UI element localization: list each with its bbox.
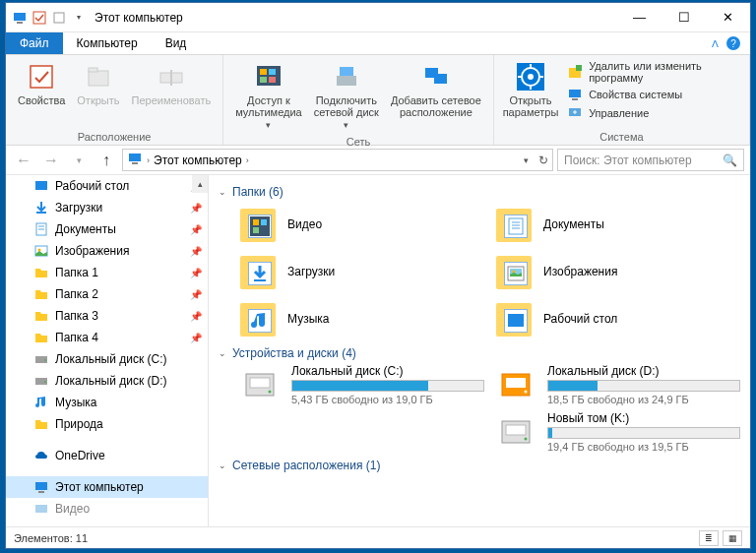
drive-item[interactable]: Новый том (K:)19,4 ГБ свободно из 19,5 Г…: [494, 411, 740, 453]
nav-this-pc[interactable]: Этот компьютер: [6, 476, 208, 498]
chevron-down-icon: ⌄: [219, 348, 226, 358]
manage-button[interactable]: Управление: [567, 105, 737, 121]
window-title: Этот компьютер: [87, 11, 617, 25]
open-settings-button[interactable]: Открыть параметры: [500, 58, 561, 121]
pin-icon: 📌: [190, 333, 202, 343]
svg-rect-32: [35, 181, 47, 190]
path-dropdown-icon[interactable]: ▾: [524, 155, 529, 165]
uninstall-program-button[interactable]: Удалить или изменить программу: [567, 60, 737, 84]
chevron-icon[interactable]: ›: [246, 155, 249, 165]
maximize-button[interactable]: ☐: [662, 3, 706, 32]
refresh-button[interactable]: ↻: [538, 154, 548, 167]
drive-label: Локальный диск (C:): [291, 364, 484, 378]
nav-item[interactable]: Рабочий стол📌: [6, 175, 208, 197]
nav-item[interactable]: Папка 2📌: [6, 283, 208, 305]
this-pc-icon: [12, 10, 28, 26]
nav-item[interactable]: Загрузки📌: [6, 197, 208, 218]
image-icon: [33, 243, 49, 259]
up-button[interactable]: ↑: [94, 149, 118, 172]
media-icon: [253, 61, 284, 92]
icons-view-button[interactable]: ▦: [723, 530, 742, 546]
recent-locations-button[interactable]: ▾: [67, 149, 91, 172]
svg-point-67: [525, 438, 528, 441]
svg-rect-14: [337, 76, 356, 86]
statusbar: Элементов: 11 ≣ ▦: [6, 526, 750, 548]
map-drive-button[interactable]: Подключить сетевой диск ▾: [308, 58, 385, 133]
scroll-up-button[interactable]: ▴: [192, 175, 208, 193]
folder-label: Музыка: [287, 312, 329, 326]
chevron-icon[interactable]: ›: [147, 155, 150, 165]
nav-item-label: Папка 3: [55, 309, 98, 323]
svg-rect-43: [35, 482, 47, 490]
nav-video[interactable]: Видео: [6, 498, 208, 520]
qat-properties-icon[interactable]: [32, 10, 47, 26]
nav-item-label: Папка 2: [55, 287, 98, 301]
nav-item[interactable]: Папка 4📌: [6, 327, 208, 348]
system-properties-icon: [567, 87, 583, 102]
music-icon: [33, 395, 49, 410]
nav-item[interactable]: Локальный диск (D:): [6, 370, 208, 392]
drive-icon: [494, 411, 537, 451]
folder-item[interactable]: Рабочий стол: [494, 297, 740, 340]
nav-item[interactable]: Папка 1📌: [6, 262, 208, 283]
folder-item[interactable]: Видео: [238, 203, 484, 246]
path-segment[interactable]: Этот компьютер: [154, 154, 242, 167]
forward-button[interactable]: →: [39, 149, 63, 172]
details-view-button[interactable]: ≣: [699, 530, 719, 546]
drive-label: Локальный диск (D:): [547, 364, 740, 378]
folder-item[interactable]: Изображения: [494, 250, 740, 293]
folders-section-header[interactable]: ⌄ Папки (6): [219, 179, 740, 203]
menubar: Файл Компьютер Вид ᐱ ?: [6, 32, 750, 55]
close-button[interactable]: ✕: [706, 3, 750, 32]
svg-rect-50: [509, 218, 523, 234]
system-properties-button[interactable]: Свойства системы: [567, 87, 737, 102]
nav-item[interactable]: Изображения📌: [6, 240, 208, 262]
qat-new-folder-icon[interactable]: [51, 10, 67, 26]
drive-usage-bar: [547, 427, 740, 439]
address-path[interactable]: › Этот компьютер › ▾ ↻: [122, 149, 553, 171]
chevron-down-icon: ⌄: [219, 187, 226, 197]
properties-button[interactable]: Свойства: [12, 58, 71, 109]
nav-item-label: Папка 4: [55, 331, 98, 344]
folder-item[interactable]: Музыка: [238, 297, 484, 340]
svg-rect-5: [89, 71, 108, 86]
rename-button[interactable]: Переименовать: [126, 58, 218, 109]
drive-item[interactable]: Локальный диск (C:)5,43 ГБ свободно из 1…: [238, 364, 484, 405]
navigation-pane[interactable]: ▴ Рабочий стол📌Загрузки📌Документы📌Изобра…: [6, 175, 209, 526]
drive-usage-bar: [291, 380, 484, 392]
nav-item[interactable]: Локальный диск (C:): [6, 348, 208, 370]
open-button[interactable]: Открыть: [71, 58, 125, 109]
svg-rect-60: [250, 378, 270, 388]
nav-item[interactable]: Документы📌: [6, 218, 208, 240]
content-pane[interactable]: ⌄ Папки (6) ВидеоДокументыЗагрузкиИзобра…: [209, 175, 750, 526]
add-network-location-button[interactable]: Добавить сетевое расположение: [385, 58, 487, 121]
drive-item[interactable]: Локальный диск (D:)18,5 ГБ свободно из 2…: [494, 364, 740, 405]
nav-item[interactable]: Папка 3📌: [6, 305, 208, 327]
nav-item[interactable]: Природа: [6, 413, 208, 435]
minimize-button[interactable]: —: [617, 3, 662, 32]
media-access-button[interactable]: Доступ к мультимедиа ▾: [229, 58, 308, 133]
back-button[interactable]: ←: [12, 149, 35, 172]
svg-rect-27: [569, 90, 581, 97]
search-icon[interactable]: 🔍: [723, 154, 737, 167]
tab-file[interactable]: Файл: [6, 32, 63, 54]
network-section-header[interactable]: ⌄ Сетевые расположения (1): [219, 453, 740, 476]
manage-icon: [567, 105, 583, 121]
svg-rect-4: [31, 66, 52, 88]
search-input[interactable]: [564, 154, 723, 167]
qat-dropdown-icon[interactable]: ▾: [71, 10, 87, 26]
tab-view[interactable]: Вид: [152, 32, 201, 54]
folder-item[interactable]: Загрузки: [238, 250, 484, 293]
help-icon[interactable]: ?: [726, 36, 740, 50]
devices-section-header[interactable]: ⌄ Устройства и диски (4): [219, 340, 740, 364]
pin-icon: 📌: [190, 246, 202, 257]
nav-item[interactable]: Музыка: [6, 392, 208, 413]
search-box[interactable]: 🔍: [557, 149, 744, 171]
nav-onedrive[interactable]: OneDrive: [6, 445, 208, 466]
folder-item[interactable]: Документы: [494, 203, 740, 246]
open-icon: [83, 61, 114, 92]
titlebar: ▾ Этот компьютер — ☐ ✕: [6, 3, 750, 32]
tab-computer[interactable]: Компьютер: [63, 32, 152, 54]
ribbon-collapse-icon[interactable]: ᐱ: [712, 38, 719, 49]
dropdown-icon: ▾: [344, 120, 348, 130]
